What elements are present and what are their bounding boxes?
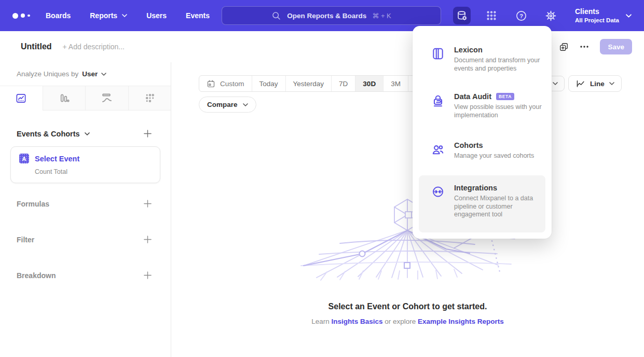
nav-item-users[interactable]: Users [146,11,167,20]
project-switcher[interactable]: Clients All Project Data [575,7,632,24]
date-range-3m[interactable]: 3M [383,76,408,91]
report-description-placeholder[interactable]: + Add description... [63,43,125,51]
duplicate-icon [559,42,569,52]
global-search-button[interactable]: Open Reports & Boards ⌘ + K [222,6,441,25]
menu-item-title: Cohorts [454,141,549,149]
tab-metrics-grid[interactable] [128,86,171,111]
date-range-7d[interactable]: 7D [331,76,355,91]
date-range-yesterday[interactable]: Yesterday [285,76,332,91]
nav-item-reports[interactable]: Reports [90,11,127,20]
tab-insights-line[interactable] [0,86,43,111]
compare-label: Compare [207,101,238,108]
help-button[interactable]: ? [512,7,530,24]
search-shortcut: ⌘ + K [372,12,391,20]
event-card[interactable]: A Select Event Count Total [10,146,160,183]
tab-flow-chart[interactable] [85,86,128,111]
menu-item-integrations[interactable]: Integrations Connect Mixpanel to a data … [419,175,545,232]
search-label: Open Reports & Boards [287,12,366,20]
menu-item-description: Document and transform your events and p… [454,57,549,73]
nav-item-events[interactable]: Events [186,11,210,20]
project-text: Clients All Project Data [575,7,619,24]
app-root: Boards Reports Users Events Open Reports… [0,0,644,357]
chart-type-dropdown[interactable]: Line [568,75,622,92]
menu-item-title-text: Integrations [454,184,497,192]
plus-icon [143,199,152,208]
menu-item-text: Cohorts Manage your saved cohorts [454,141,549,160]
visualization-tabs [0,86,171,111]
report-header-actions: Save [559,31,632,62]
section-label: Formulas [17,200,49,208]
menu-item-data-audit[interactable]: Data Audit BETA View possible issues wit… [413,92,552,119]
date-range-custom[interactable]: Custom [199,76,252,91]
section-formulas: Formulas [0,199,171,208]
menu-item-text: Lexicon Document and transform your even… [454,46,549,73]
svg-text:?: ? [519,12,523,19]
events-cohorts-toggle[interactable]: Events & Cohorts [17,130,90,138]
date-range-today[interactable]: Today [252,76,285,91]
date-range-label: Custom [220,80,244,88]
nav-item-label: Users [146,11,167,20]
empty-state-title: Select an Event or Cohort to get started… [171,302,644,311]
chevron-down-icon [101,73,106,76]
save-button[interactable]: Save [600,39,632,54]
learn-prefix: Learn [311,318,330,325]
date-range-30d[interactable]: 30D [355,76,383,91]
nav-item-boards[interactable]: Boards [46,11,71,20]
beta-badge: BETA [496,93,514,100]
compare-dropdown[interactable]: Compare [199,97,256,113]
chevron-down-icon [609,82,614,85]
insights-basics-link[interactable]: Insights Basics [331,318,382,325]
data-management-menu: Lexicon Document and transform your even… [413,26,552,239]
nav-item-label: Boards [46,11,71,20]
more-options-button[interactable] [580,42,589,51]
help-icon: ? [515,10,527,22]
ellipsis-icon [580,42,589,51]
line-chart-tab-icon [15,92,27,104]
plus-icon [143,271,152,280]
date-range-label: 30D [363,80,376,88]
menu-item-title-text: Lexicon [454,46,483,54]
duplicate-button[interactable] [559,42,569,52]
nav-item-label: Events [186,11,210,20]
menu-item-cohorts[interactable]: Cohorts Manage your saved cohorts [413,141,552,160]
chevron-down-icon [122,14,127,17]
menu-item-description: Manage your saved cohorts [454,152,549,160]
chart-type-label: Line [590,80,605,88]
settings-button[interactable] [542,7,559,24]
analyze-value-dropdown[interactable]: User [82,70,106,78]
menu-item-text: Data Audit BETA View possible issues wit… [454,92,549,119]
date-range-label: 3M [391,80,401,88]
menu-item-title-text: Cohorts [454,141,483,149]
example-reports-link[interactable]: Example Insights Reports [418,318,504,325]
add-breakdown-button[interactable] [143,271,152,280]
nav-links: Boards Reports Users Events [46,11,210,20]
tab-bar-chart[interactable] [43,86,86,111]
date-range-label: Today [259,80,278,88]
database-gear-icon [456,10,468,22]
analyze-row: Analyze Uniques by User [0,62,171,86]
bar-chart-tab-icon [58,92,70,104]
chevron-down-icon [243,103,248,106]
menu-item-title: Integrations [454,184,540,192]
menu-item-description: View possible issues with your implement… [454,103,549,119]
menu-item-description: Connect Mixpanel to a data pipeline or c… [454,195,540,219]
lexicon-book-icon [431,47,445,63]
apps-grid-icon [486,10,497,21]
events-cohorts-label: Events & Cohorts [17,130,80,138]
section-label: Breakdown [17,271,56,280]
data-management-button[interactable] [453,7,471,24]
add-formula-button[interactable] [143,199,152,208]
apps-grid-button[interactable] [483,7,500,24]
line-chart-icon [576,79,585,89]
main-content: Custom Today Yesterday 7D 30D 3M 6M Line… [171,62,644,357]
date-range-label: 7D [339,80,348,88]
analyze-label: Analyze Uniques by [17,70,78,78]
event-card-subtitle[interactable]: Count Total [35,168,152,175]
nav-item-label: Reports [90,11,117,20]
empty-state-links: Learn Insights Basics or explore Example… [171,318,644,325]
report-title[interactable]: Untitled [21,42,52,51]
add-event-button[interactable] [143,129,152,138]
add-filter-button[interactable] [143,235,152,244]
calendar-icon [207,79,215,88]
menu-item-lexicon[interactable]: Lexicon Document and transform your even… [413,46,552,73]
